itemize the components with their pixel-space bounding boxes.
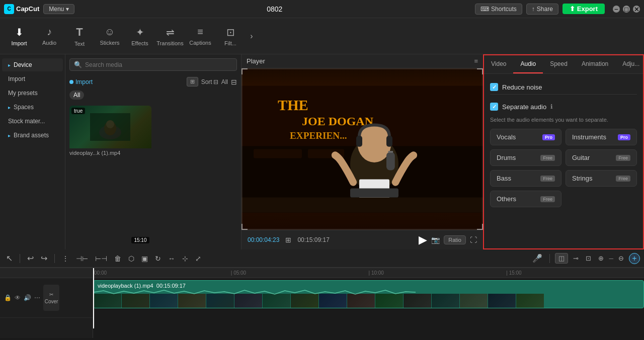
filter-button[interactable]: ⊟ <box>231 78 237 86</box>
grid-view-button[interactable]: ⊞ <box>187 77 198 87</box>
audio-element-strings[interactable]: Strings Free <box>566 170 637 187</box>
audio-element-drums[interactable]: Drums Free <box>490 149 561 166</box>
toolbar-transitions[interactable]: ⇌ Transitions <box>155 19 185 53</box>
media-toolbar: Import ⊞ Sort ⊟ All ⊟ <box>65 75 241 89</box>
audio-element-bass[interactable]: Bass Free <box>490 170 561 187</box>
menu-button[interactable]: Menu ▾ <box>43 4 74 14</box>
toolbar-text[interactable]: T Text <box>64 19 95 53</box>
sidebar-item-import[interactable]: Import <box>2 72 63 86</box>
track-visible-button[interactable]: 👁 <box>15 294 21 301</box>
toolbar-import[interactable]: ⬇ Import <box>4 19 34 53</box>
timeline-ruler: 00:00 | 05:00 | 10:00 | 15:00 <box>93 268 644 278</box>
fit-view-button[interactable]: ◫ <box>555 253 568 264</box>
sidebar-item-spaces[interactable]: ▸ Spaces <box>2 101 63 114</box>
current-time: 00:00:04:23 <box>248 236 279 243</box>
undo-button[interactable]: ↩ <box>25 252 36 264</box>
maximize-button[interactable]: □ <box>623 6 630 13</box>
split-tool[interactable]: ⋮ <box>60 253 71 264</box>
topbar-right: ⌨ Shortcuts ↑ Share ⬆ Export − □ ✕ <box>475 4 640 15</box>
shortcuts-button[interactable]: ⌨ Shortcuts <box>475 4 522 15</box>
text-icon: T <box>76 26 83 39</box>
crop-tool[interactable]: ⊹ <box>180 253 190 264</box>
audio-element-others[interactable]: Others Free <box>490 191 561 207</box>
sidebar-item-device[interactable]: ▸ Device <box>2 58 63 71</box>
svg-point-3 <box>106 120 114 128</box>
toolbar-captions[interactable]: ≡ Captions <box>185 19 215 53</box>
close-button[interactable]: ✕ <box>633 6 640 13</box>
fullscreen-button[interactable]: ⛶ <box>470 236 477 244</box>
audio-element-vocals[interactable]: Vocals Pro <box>490 129 561 145</box>
sidebar-item-presets[interactable]: My presets <box>2 87 63 100</box>
mic-button[interactable]: 🎤 <box>530 252 544 264</box>
drums-label: Drums <box>497 154 516 161</box>
search-input[interactable] <box>85 61 232 68</box>
toolbar-stickers[interactable]: ☺ Stickers <box>95 19 125 53</box>
share-button[interactable]: ↑ Share <box>526 4 558 15</box>
audio-element-guitar[interactable]: Guitar Free <box>566 149 637 166</box>
separator-2 <box>54 254 55 263</box>
zoom-out-button[interactable]: ⊖ <box>616 253 626 263</box>
timeline: 🔒 👁 🔊 ⋯ ✂ Cover 00:00 | 05:00 | 10:00 | … <box>0 268 644 338</box>
play-button[interactable]: ▶ <box>419 233 427 246</box>
tab-animation[interactable]: Animation <box>575 55 615 73</box>
loop-tool[interactable]: ↻ <box>153 253 163 264</box>
check-icon: ✓ <box>492 84 497 91</box>
audio-element-instruments[interactable]: Instruments Pro <box>566 129 637 145</box>
logo-icon: C <box>4 4 14 14</box>
grid-view-control[interactable]: ⊞ <box>285 236 291 244</box>
search-icon: 🔍 <box>74 61 82 68</box>
trim-tool[interactable]: ⊢⊣ <box>93 253 109 264</box>
toolbar-effects[interactable]: ✦ Effects <box>125 19 155 53</box>
player-header-menu[interactable]: ≡ <box>474 57 478 65</box>
tab-video[interactable]: Video <box>484 55 513 73</box>
tab-speed[interactable]: Speed <box>543 55 575 73</box>
flip-tool[interactable]: ↔ <box>166 253 177 264</box>
toolbar-filter[interactable]: ⊡ Filt... <box>215 19 246 53</box>
search-input-wrap[interactable]: 🔍 <box>69 58 237 71</box>
align-tool[interactable]: ⊣⊢ <box>74 253 90 264</box>
separator-1 <box>20 254 20 263</box>
toolbar-audio[interactable]: ♪ Audio <box>34 19 64 53</box>
sort-button[interactable]: Sort ⊟ <box>201 78 218 86</box>
minimize-button[interactable]: − <box>613 6 620 13</box>
media-card[interactable]: true 15:10 videoplay...k (1).mp4 <box>69 106 151 245</box>
import-media-button[interactable]: Import <box>69 78 93 86</box>
svg-text:EXPERIEN...: EXPERIEN... <box>290 130 347 141</box>
media-tab-all[interactable]: All <box>69 91 84 100</box>
reduce-noise-checkbox[interactable]: ✓ <box>490 83 498 91</box>
track-more-button[interactable]: ⋯ <box>34 294 40 301</box>
toolbar-transitions-label: Transitions <box>156 40 183 46</box>
media-tabs: All <box>65 89 241 102</box>
delete-tool[interactable]: 🗑 <box>112 253 123 264</box>
sidebar-item-stock-label: Stock mater... <box>8 118 45 125</box>
zoom-in-button[interactable]: ⊕ <box>596 253 606 263</box>
add-track-button[interactable]: + <box>629 253 640 264</box>
sidebar-item-spaces-label: Spaces <box>14 104 34 111</box>
cover-button[interactable]: ✂ Cover <box>43 285 59 311</box>
shield-tool[interactable]: ⬡ <box>126 253 136 264</box>
toolbar-more[interactable]: › <box>246 19 258 53</box>
track-lock-button[interactable]: 🔒 <box>4 294 12 301</box>
sidebar-item-brand-assets[interactable]: ▸ Brand assets <box>2 129 63 142</box>
tab-audio[interactable]: Audio <box>513 55 543 73</box>
sidebar-item-stock[interactable]: Stock mater... <box>2 115 63 128</box>
resize-tool[interactable]: ⤢ <box>193 253 203 264</box>
snap-button[interactable]: ⊸ <box>571 253 581 263</box>
player-video: THE JOE DOGAN EXPERIEN... <box>242 68 483 230</box>
export-button[interactable]: ⬆ Export <box>562 4 605 14</box>
redo-button[interactable]: ↪ <box>39 252 49 264</box>
snapshot-button[interactable]: 📷 <box>431 236 440 244</box>
cursor-tool[interactable]: ↖ <box>4 252 15 264</box>
media-filename: videoplay...k (1).mp4 <box>69 150 151 156</box>
captions-icon: ≡ <box>197 26 203 38</box>
info-icon[interactable]: ℹ <box>550 103 553 110</box>
track-volume-button[interactable]: 🔊 <box>24 294 31 301</box>
tab-adjust[interactable]: Adju... <box>615 55 644 73</box>
video-clip[interactable]: videoplayback (1).mp4 00:15:09:17 <box>93 280 644 308</box>
ratio-button[interactable]: Ratio <box>444 235 466 244</box>
frame-tool[interactable]: ▣ <box>139 253 150 264</box>
svg-rect-19 <box>242 198 483 213</box>
scene-button[interactable]: ⊡ <box>584 253 593 263</box>
separate-audio-checkbox[interactable]: ✓ <box>490 103 498 111</box>
main-area: ▸ Device Import My presets ▸ Spaces Stoc… <box>0 54 644 249</box>
